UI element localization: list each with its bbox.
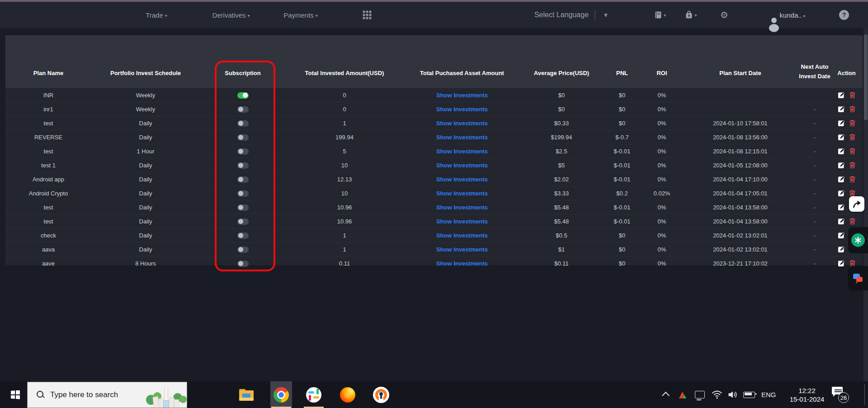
scrollbar-thumb[interactable] [864, 34, 868, 120]
tray-network[interactable] [711, 381, 723, 408]
cell-roi: 0% [642, 218, 682, 225]
cell-roi: 0% [642, 92, 682, 99]
delete-button[interactable] [849, 161, 856, 169]
cell-total-invested: 1 [286, 232, 403, 239]
wallet-menu[interactable]: ▾ [684, 10, 697, 19]
tray-battery[interactable] [742, 381, 756, 408]
cell-invest-schedule: 8 Hours [91, 260, 200, 267]
show-investments-link[interactable]: Show Investments [436, 260, 488, 267]
cell-plan-name: aava [5, 246, 91, 253]
show-desktop-button[interactable] [865, 381, 868, 408]
gear-icon[interactable]: ⚙ [720, 9, 728, 20]
delete-button[interactable] [849, 133, 856, 141]
show-investments-link[interactable]: Show Investments [436, 162, 488, 169]
tray-volume[interactable] [726, 381, 739, 408]
tray-app-icon[interactable] [677, 381, 689, 408]
clock-date: 15-01-2024 [790, 395, 825, 403]
cell-purchased-asset: Show Investments [403, 162, 521, 169]
delete-button[interactable] [849, 190, 856, 197]
nav-item-derivatives[interactable]: Derivatives▾ [212, 11, 250, 19]
header-total-invested: Total Invested Amount(USD) [286, 68, 403, 88]
trash-icon [849, 91, 856, 99]
edit-button[interactable] [838, 204, 845, 211]
cell-purchased-asset: Show Investments [403, 218, 521, 225]
cell-actions [830, 190, 863, 197]
nav-item-payments[interactable]: Payments▾ [283, 11, 318, 19]
edit-icon [838, 218, 845, 225]
delete-button[interactable] [849, 176, 856, 183]
tray-clock[interactable]: 12:22 15-01-2024 [784, 381, 830, 408]
edit-icon [838, 246, 845, 253]
cell-pnl: $-0.01 [602, 218, 642, 225]
tray-language[interactable]: ENG [761, 381, 776, 408]
cell-roi: 0% [642, 176, 682, 183]
edit-button[interactable] [838, 176, 845, 183]
show-investments-link[interactable]: Show Investments [436, 232, 488, 239]
cell-roi: 0% [642, 162, 682, 169]
taskbar-openvpn[interactable] [370, 381, 392, 408]
taskbar-firefox[interactable] [337, 381, 359, 408]
show-investments-link[interactable]: Show Investments [436, 148, 488, 155]
cell-purchased-asset: Show Investments [403, 134, 521, 141]
show-investments-link[interactable]: Show Investments [436, 176, 488, 183]
desktop-screen: Trade▾ Derivatives▾ Payments▾ Select Lan… [0, 0, 868, 408]
edit-button[interactable] [838, 91, 845, 99]
delete-button[interactable] [849, 218, 856, 225]
taskbar-search[interactable]: Type here to search [27, 382, 187, 408]
nav-item-trade[interactable]: Trade▾ [146, 11, 167, 19]
edit-button[interactable] [838, 260, 845, 267]
orders-book-menu[interactable]: ▾ [654, 11, 666, 19]
cell-average-price: $0.33 [521, 120, 602, 127]
chat-bubbles-icon [852, 272, 864, 285]
language-dropdown-icon[interactable]: ▼ [603, 12, 609, 19]
delete-button[interactable] [849, 105, 856, 113]
show-investments-link[interactable]: Show Investments [436, 120, 488, 127]
chatgpt-extension-button[interactable] [848, 227, 868, 253]
cell-average-price: $1 [521, 246, 602, 253]
cell-pnl: $0 [602, 106, 642, 113]
share-float-button[interactable] [849, 196, 864, 212]
windows-start-button[interactable] [5, 381, 25, 408]
edit-button[interactable] [838, 119, 845, 127]
apps-grid-icon[interactable] [363, 11, 372, 19]
notification-center[interactable]: 26 [831, 386, 849, 404]
cell-actions [830, 218, 863, 225]
edit-icon [838, 176, 845, 183]
show-investments-link[interactable]: Show Investments [436, 246, 488, 253]
cell-total-invested: 199.94 [286, 134, 403, 141]
edit-button[interactable] [838, 246, 845, 253]
edit-button[interactable] [838, 218, 845, 225]
tray-tablet-mode[interactable] [694, 381, 706, 408]
table-row: check Daily 1 Show Investments $0.5 $0 0… [5, 228, 863, 242]
select-language[interactable]: Select Language [534, 11, 589, 19]
edit-button[interactable] [838, 133, 845, 141]
cell-average-price: $0.5 [521, 232, 602, 239]
user-menu[interactable]: kunda..▾ [779, 11, 805, 19]
help-icon[interactable]: ? [839, 10, 849, 20]
show-investments-link[interactable]: Show Investments [436, 204, 488, 211]
edit-button[interactable] [838, 232, 845, 239]
taskbar-chrome[interactable] [270, 381, 292, 408]
delete-button[interactable] [849, 91, 856, 99]
cell-invest-schedule: Daily [91, 232, 200, 239]
taskbar-file-explorer[interactable] [236, 381, 257, 408]
chat-extension-button[interactable] [848, 266, 868, 290]
show-investments-link[interactable]: Show Investments [436, 106, 488, 113]
edit-icon [838, 91, 845, 99]
delete-button[interactable] [849, 147, 856, 155]
edit-button[interactable] [838, 147, 845, 155]
cell-roi: 0% [642, 106, 682, 113]
tray-expand-button[interactable] [660, 381, 672, 408]
show-investments-link[interactable]: Show Investments [436, 134, 488, 141]
divider [595, 10, 595, 20]
show-investments-link[interactable]: Show Investments [436, 218, 488, 225]
show-investments-link[interactable]: Show Investments [436, 190, 488, 197]
delete-button[interactable] [849, 119, 856, 127]
edit-icon [838, 232, 845, 239]
cell-next-auto-invest: - [799, 204, 830, 211]
edit-button[interactable] [838, 105, 845, 113]
show-investments-link[interactable]: Show Investments [436, 92, 488, 99]
edit-button[interactable] [838, 161, 845, 169]
edit-button[interactable] [838, 190, 845, 197]
taskbar-slack[interactable] [303, 381, 325, 408]
